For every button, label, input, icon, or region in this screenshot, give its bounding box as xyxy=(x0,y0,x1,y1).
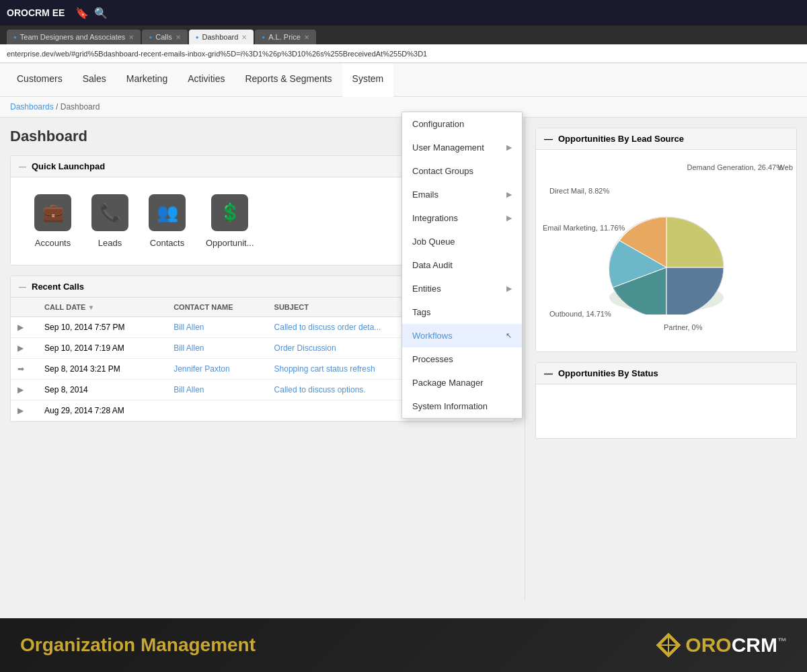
close-icon[interactable]: ✕ xyxy=(176,34,181,41)
tab-al-price[interactable]: ● A.L. Price ✕ xyxy=(255,30,316,44)
contact-name-cell: Bill Allen xyxy=(167,317,267,338)
chart-label-directmail: Direct Mail, 8.82% xyxy=(549,187,609,195)
status-chart-body xyxy=(536,384,796,438)
tab-dot: ● xyxy=(262,34,265,40)
tab-team-designers[interactable]: ● Team Designers and Associates ✕ xyxy=(7,30,141,44)
chart-header: — Opportunities By Lead Source xyxy=(536,128,796,150)
contact-name-cell: Jennifer Paxton xyxy=(167,359,267,380)
collapse-button[interactable]: — xyxy=(544,368,553,378)
nav-reports-segments[interactable]: Reports & Segments xyxy=(235,63,342,97)
chart-body: Demand Generation, 26.47% Direct Mail, 8… xyxy=(536,150,796,351)
url-bar: enterprise.dev/web/#grid%5Bdashboard-rec… xyxy=(0,44,807,63)
subject-link[interactable]: Called to discuss options. xyxy=(274,385,366,394)
call-type-icon: ➡ xyxy=(11,359,38,380)
leads-icon: 📞 xyxy=(91,194,128,231)
right-panel: — Opportunities By Lead Source Demand Ge… xyxy=(525,118,807,600)
tab-dot: ● xyxy=(196,34,199,40)
subject-link[interactable]: Called to discuss order deta... xyxy=(274,323,381,332)
breadcrumb-dashboards[interactable]: Dashboards xyxy=(10,102,54,112)
contact-link[interactable]: Bill Allen xyxy=(174,343,204,353)
tab-dot: ● xyxy=(13,34,17,40)
footer-logo-text: OROCRM™ xyxy=(685,634,787,657)
submenu-arrow-icon: ▶ xyxy=(506,190,512,199)
subject-link[interactable]: Order Discussion xyxy=(274,343,336,353)
col-call-date[interactable]: CALL DATE ▼ xyxy=(38,298,167,317)
sort-icon: ▼ xyxy=(87,304,94,311)
collapse-button[interactable]: — xyxy=(544,134,553,144)
call-date-cell: Sep 10, 2014 7:57 PM xyxy=(38,317,167,338)
nav-system[interactable]: System xyxy=(342,63,394,97)
dropdown-job-queue[interactable]: Job Queue xyxy=(402,230,522,253)
launchpad-leads[interactable]: 📞 Leads xyxy=(91,194,128,248)
close-icon[interactable]: ✕ xyxy=(128,34,134,41)
launchpad-contacts[interactable]: 👥 Contacts xyxy=(149,194,186,248)
contact-name-cell: Bill Allen xyxy=(167,380,267,401)
call-date-cell: Aug 29, 2014 7:28 AM xyxy=(38,401,167,421)
dropdown-processes[interactable]: Processes xyxy=(402,347,522,371)
tab-calls[interactable]: ● Calls ✕ xyxy=(142,30,187,44)
launchpad-opportunities[interactable]: 💲 Opportunit... xyxy=(206,194,254,248)
breadcrumb-dashboard: Dashboard xyxy=(61,102,100,112)
launchpad-accounts[interactable]: 💼 Accounts xyxy=(34,194,71,248)
app-logo: OROCRM EE xyxy=(7,7,65,18)
dropdown-system-information[interactable]: System Information xyxy=(402,394,522,418)
contact-link[interactable]: Jennifer Paxton xyxy=(174,364,229,374)
collapse-button[interactable]: — xyxy=(19,283,26,291)
dropdown-data-audit[interactable]: Data Audit xyxy=(402,253,522,277)
opportunities-lead-source-widget: — Opportunities By Lead Source Demand Ge… xyxy=(535,128,797,352)
contacts-icon: 👥 xyxy=(149,194,186,231)
close-icon[interactable]: ✕ xyxy=(241,34,247,41)
nav-marketing[interactable]: Marketing xyxy=(116,63,178,97)
subject-link[interactable]: Shopping cart status refresh xyxy=(274,364,375,374)
dropdown-integrations[interactable]: Integrations ▶ xyxy=(402,206,522,230)
dropdown-configuration[interactable]: Configuration xyxy=(402,112,522,136)
chart-label-email: Email Marketing, 11.76% xyxy=(543,224,625,232)
dropdown-tags[interactable]: Tags xyxy=(402,300,522,324)
footer-bar: Organization Management OROCRM™ xyxy=(0,618,807,672)
tab-dot: ● xyxy=(149,34,152,40)
chart-label-partner: Partner, 0% xyxy=(664,323,703,331)
bookmark-icon[interactable]: 🔖 xyxy=(75,7,89,19)
dropdown-emails[interactable]: Emails ▶ xyxy=(402,183,522,206)
dropdown-package-manager[interactable]: Package Manager xyxy=(402,371,522,394)
footer-logo: OROCRM™ xyxy=(655,632,787,659)
chart-label-demand: Demand Generation, 26.47% xyxy=(687,163,783,171)
nav-bar: Customers Sales Marketing Activities Rep… xyxy=(0,63,807,97)
call-type-icon: ▶ xyxy=(11,317,38,338)
chart-label-web: Web xyxy=(778,163,793,171)
dropdown-contact-groups[interactable]: Contact Groups xyxy=(402,159,522,183)
col-icon xyxy=(11,298,38,317)
tab-dashboard[interactable]: ● Dashboard ✕ xyxy=(189,30,254,44)
contact-link[interactable]: Bill Allen xyxy=(174,323,204,332)
call-type-icon: ▶ xyxy=(11,401,38,421)
footer-text: Organization Management xyxy=(20,634,256,656)
system-dropdown: Configuration User Management ▶ Contact … xyxy=(401,112,523,419)
nav-customers[interactable]: Customers xyxy=(7,63,73,97)
col-contact-name: CONTACT NAME xyxy=(167,298,267,317)
opportunities-icon: 💲 xyxy=(211,194,248,231)
nav-activities[interactable]: Activities xyxy=(178,63,235,97)
cursor-indicator: ↖ xyxy=(506,331,512,340)
collapse-button[interactable]: — xyxy=(19,163,26,171)
browser-tabs: ● Team Designers and Associates ✕ ● Call… xyxy=(0,26,807,44)
call-date-cell: Sep 10, 2014 7:19 AM xyxy=(38,338,167,359)
dropdown-workflows[interactable]: Workflows ↖ xyxy=(402,324,522,347)
contact-name-cell: Bill Allen xyxy=(167,338,267,359)
orocrm-diamond-icon xyxy=(655,632,682,659)
call-date-cell: Sep 8, 2014 xyxy=(38,380,167,401)
contact-link[interactable]: Bill Allen xyxy=(174,385,204,394)
top-bar: OROCRM EE 🔖 🔍 xyxy=(0,0,807,26)
submenu-arrow-icon: ▶ xyxy=(506,284,512,293)
opportunities-status-widget: — Opportunities By Status xyxy=(535,362,797,439)
call-type-icon: ▶ xyxy=(11,380,38,401)
search-icon[interactable]: 🔍 xyxy=(94,7,108,19)
dropdown-entities[interactable]: Entities ▶ xyxy=(402,277,522,300)
nav-sales[interactable]: Sales xyxy=(73,63,116,97)
call-date-cell: Sep 8, 2014 3:21 PM xyxy=(38,359,167,380)
submenu-arrow-icon: ▶ xyxy=(506,214,512,222)
contact-name-cell xyxy=(167,401,267,421)
close-icon[interactable]: ✕ xyxy=(304,34,309,41)
dropdown-user-management[interactable]: User Management ▶ xyxy=(402,136,522,159)
call-type-icon: ▶ xyxy=(11,338,38,359)
chart-label-outbound: Outbound, 14.71% xyxy=(549,310,611,318)
